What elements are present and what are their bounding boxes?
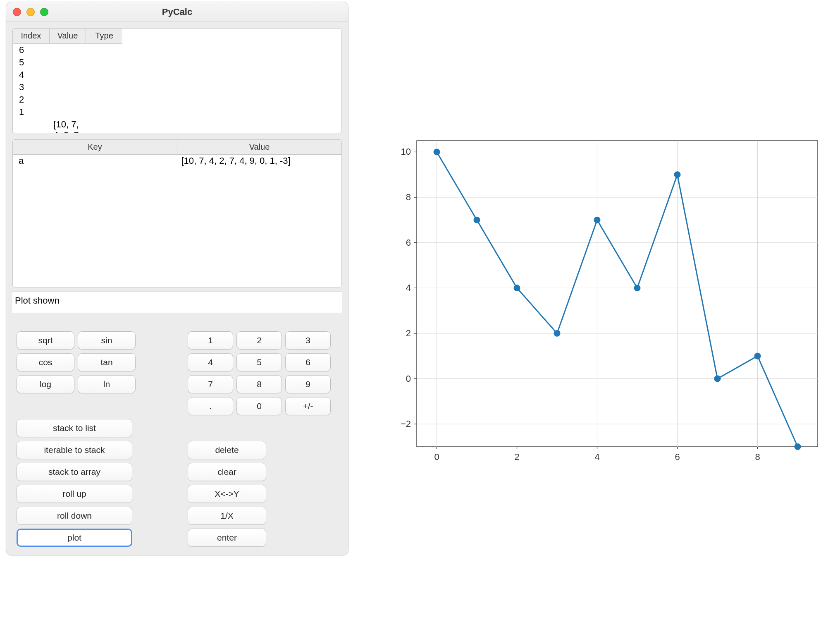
cell-type [86, 56, 122, 69]
minimize-icon[interactable] [26, 8, 35, 16]
cell-index: 4 [13, 69, 49, 81]
digit-9-button[interactable]: 9 [285, 375, 331, 393]
cell-type [86, 118, 122, 133]
cell-type [86, 81, 122, 93]
table-row[interactable]: a[10, 7, 4, 2, 7, 4, 9, 0, 1, -3] [13, 155, 341, 167]
plus-minus-button[interactable]: +/- [285, 397, 331, 415]
stack-to-array-button[interactable]: stack to array [17, 463, 132, 481]
cell-index: 2 [13, 93, 49, 106]
col-value[interactable]: Value [49, 29, 86, 43]
table-row[interactable]: 0[10, 7, 4, 2, 7, 4, 9, 0, 1, -3] [13, 118, 122, 133]
data-point [514, 285, 520, 291]
digit-2-button[interactable]: 2 [236, 331, 282, 350]
cell-value [49, 93, 86, 106]
plot-figure: 02468−20246810 [379, 128, 830, 477]
table-row[interactable]: 5 [13, 56, 122, 69]
cell-value: [10, 7, 4, 2, 7, 4, 9, 0, 1, -3] [49, 118, 86, 133]
table-row[interactable]: 1 [13, 106, 122, 118]
series-line [437, 152, 798, 447]
data-point [594, 217, 601, 223]
plot-canvas: 02468−20246810 [379, 128, 830, 476]
stack-to-list-button[interactable]: stack to list [17, 419, 132, 437]
digit-8-button[interactable]: 8 [236, 375, 282, 393]
iterable-to-stack-button[interactable]: iterable to stack [17, 441, 132, 459]
x-tick-label: 8 [755, 452, 760, 462]
digit-3-button[interactable]: 3 [285, 331, 331, 350]
data-point [795, 443, 801, 450]
cell-index: 0 [13, 118, 49, 133]
button-pad: sqrt sin 1 2 3 cos tan 4 5 6 log ln 7 8 … [17, 331, 338, 547]
data-point [554, 330, 561, 337]
cell-type [86, 44, 122, 56]
table-row[interactable]: 3 [13, 81, 122, 93]
data-point [434, 148, 440, 155]
y-tick-label: 8 [406, 192, 411, 202]
sin-button[interactable]: sin [78, 331, 136, 350]
x-tick-label: 6 [675, 452, 680, 462]
ln-button[interactable]: ln [78, 375, 136, 393]
data-point [754, 353, 761, 359]
roll-down-button[interactable]: roll down [17, 507, 132, 525]
titlebar[interactable]: PyCalc [6, 2, 348, 22]
col-value[interactable]: Value [177, 140, 342, 155]
y-tick-label: 6 [406, 237, 411, 248]
cell-index: 1 [13, 106, 49, 118]
cell-index: 6 [13, 44, 49, 56]
digit-0-button[interactable]: 0 [236, 397, 282, 415]
table-row[interactable]: 4 [13, 69, 122, 81]
app-window: PyCalc Index Value Type 6543210[10, 7, 4… [6, 2, 348, 555]
x-tick-label: 0 [434, 452, 439, 462]
table-row[interactable]: 6 [13, 44, 122, 56]
digit-1-button[interactable]: 1 [188, 331, 233, 350]
close-icon[interactable] [13, 8, 21, 16]
y-tick-label: 10 [401, 146, 411, 157]
status-line: Plot shown [12, 292, 342, 313]
cell-index: 3 [13, 81, 49, 93]
table-row[interactable]: 2 [13, 93, 122, 106]
digit-7-button[interactable]: 7 [188, 375, 233, 393]
sqrt-button[interactable]: sqrt [17, 331, 74, 350]
cell-index: 5 [13, 56, 49, 69]
col-index[interactable]: Index [13, 29, 49, 43]
y-tick-label: −2 [401, 419, 411, 429]
col-type[interactable]: Type [86, 29, 122, 43]
digit-4-button[interactable]: 4 [188, 353, 233, 371]
plot-button[interactable]: plot [17, 529, 132, 547]
cell-key: a [13, 155, 177, 167]
delete-button[interactable]: delete [188, 441, 266, 459]
y-tick-label: 2 [406, 328, 411, 338]
cell-type [86, 69, 122, 81]
cell-value [49, 44, 86, 56]
log-button[interactable]: log [17, 375, 74, 393]
data-point [674, 171, 681, 178]
zoom-icon[interactable] [40, 8, 48, 16]
data-point [474, 217, 480, 223]
cell-type [86, 106, 122, 118]
clear-button[interactable]: clear [188, 463, 266, 481]
digit-5-button[interactable]: 5 [236, 353, 282, 371]
cell-value [49, 56, 86, 69]
tan-button[interactable]: tan [78, 353, 136, 371]
x-tick-label: 4 [594, 452, 599, 462]
vars-table[interactable]: Key Value a[10, 7, 4, 2, 7, 4, 9, 0, 1, … [12, 139, 342, 288]
enter-button[interactable]: enter [188, 529, 266, 547]
col-key[interactable]: Key [13, 140, 177, 155]
cos-button[interactable]: cos [17, 353, 74, 371]
reciprocal-button[interactable]: 1/X [188, 507, 266, 525]
traffic-lights [13, 8, 48, 16]
digit-6-button[interactable]: 6 [285, 353, 331, 371]
dot-button[interactable]: . [188, 397, 233, 415]
cell-value [49, 81, 86, 93]
roll-up-button[interactable]: roll up [17, 485, 132, 503]
y-tick-label: 0 [406, 373, 411, 384]
stack-table[interactable]: Index Value Type 6543210[10, 7, 4, 2, 7,… [12, 28, 342, 133]
window-title: PyCalc [162, 7, 192, 17]
swap-xy-button[interactable]: X<->Y [188, 485, 266, 503]
y-tick-label: 4 [406, 282, 411, 293]
cell-type [86, 93, 122, 106]
data-point [714, 376, 721, 382]
cell-value [49, 69, 86, 81]
data-point [634, 285, 641, 291]
cell-value [49, 106, 86, 118]
cell-value: [10, 7, 4, 2, 7, 4, 9, 0, 1, -3] [177, 155, 342, 167]
